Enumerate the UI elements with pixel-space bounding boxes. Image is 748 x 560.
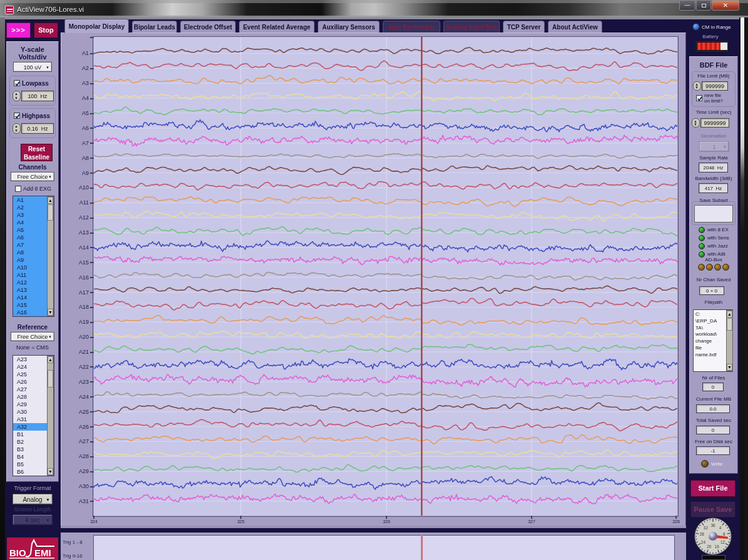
svg-text:32: 32 <box>704 526 709 530</box>
svg-text:8: 8 <box>723 532 725 536</box>
svg-text:28: 28 <box>700 532 705 536</box>
svg-text:36: 36 <box>710 523 715 528</box>
svg-text:EMI: EMI <box>34 548 51 558</box>
svg-text:20: 20 <box>707 544 712 549</box>
svg-text:24: 24 <box>701 540 706 544</box>
svg-text:BIO: BIO <box>9 548 26 558</box>
svg-text:12: 12 <box>720 540 725 544</box>
svg-text:4: 4 <box>719 526 722 530</box>
svg-text:16: 16 <box>715 544 720 549</box>
